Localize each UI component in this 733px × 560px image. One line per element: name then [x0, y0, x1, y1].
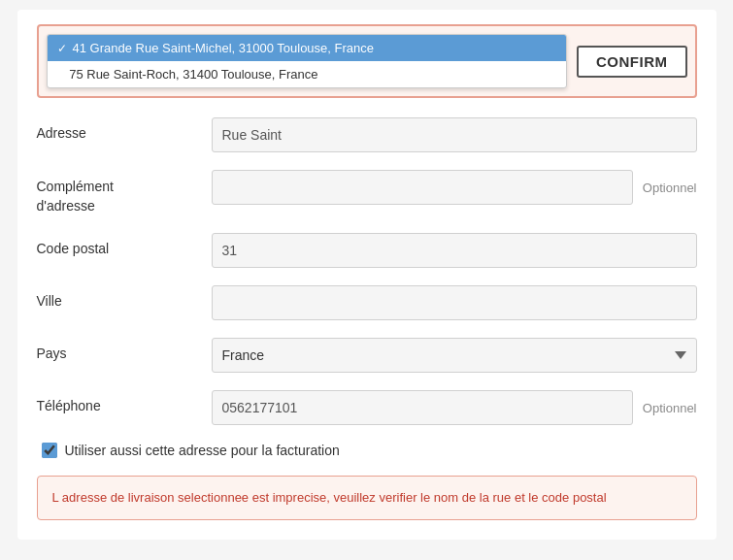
telephone-field-wrap: Optionnel — [212, 390, 697, 425]
code-postal-field-wrap — [212, 233, 697, 268]
complement-label: Complément d'adresse — [37, 170, 212, 215]
complement-optional-label: Optionnel — [643, 181, 697, 195]
autocomplete-dropdown[interactable]: ✓ 41 Grande Rue Saint-Michel, 31000 Toul… — [47, 34, 568, 88]
telephone-input[interactable] — [212, 390, 633, 425]
ville-input[interactable] — [212, 285, 697, 320]
empty-checkmark — [57, 68, 64, 82]
autocomplete-bar: ✓ 41 Grande Rue Saint-Michel, 31000 Toul… — [37, 24, 697, 98]
autocomplete-option-2-text: 75 Rue Saint-Roch, 31400 Toulouse, Franc… — [69, 67, 317, 82]
telephone-row: Téléphone Optionnel — [37, 390, 697, 425]
code-postal-input[interactable] — [212, 233, 697, 268]
address-form-container: ✓ 41 Grande Rue Saint-Michel, 31000 Toul… — [17, 10, 716, 540]
pays-label: Pays — [37, 338, 212, 361]
billing-checkbox-row: Utiliser aussi cette adresse pour la fac… — [37, 443, 697, 458]
code-postal-row: Code postal — [37, 233, 697, 268]
autocomplete-option-1[interactable]: ✓ 41 Grande Rue Saint-Michel, 31000 Toul… — [48, 35, 567, 61]
pays-field-wrap: France Belgique Suisse Luxembourg Espagn… — [212, 338, 697, 373]
complement-field-wrap: Optionnel — [212, 170, 697, 205]
ville-label: Ville — [37, 285, 212, 309]
ville-row: Ville — [37, 285, 697, 320]
pays-select[interactable]: France Belgique Suisse Luxembourg Espagn… — [212, 338, 697, 373]
adresse-input[interactable] — [212, 117, 697, 152]
pays-row: Pays France Belgique Suisse Luxembourg E… — [37, 338, 697, 373]
telephone-label: Téléphone — [37, 390, 212, 413]
complement-row: Complément d'adresse Optionnel — [37, 170, 697, 215]
code-postal-label: Code postal — [37, 233, 212, 256]
error-box: L adresse de livraison selectionnee est … — [37, 476, 697, 520]
billing-checkbox[interactable] — [42, 443, 57, 458]
autocomplete-option-1-text: 41 Grande Rue Saint-Michel, 31000 Toulou… — [73, 41, 375, 55]
complement-input[interactable] — [212, 170, 633, 205]
error-message: L adresse de livraison selectionnee est … — [52, 488, 682, 508]
adresse-label: Adresse — [37, 117, 212, 141]
autocomplete-wrapper: ✓ 41 Grande Rue Saint-Michel, 31000 Toul… — [47, 34, 568, 88]
ville-field-wrap — [212, 285, 697, 320]
telephone-optional-label: Optionnel — [643, 401, 697, 415]
check-icon: ✓ — [57, 42, 67, 55]
confirm-button[interactable]: CONFIRM — [577, 46, 687, 78]
adresse-row: Adresse — [37, 117, 697, 152]
billing-checkbox-label[interactable]: Utiliser aussi cette adresse pour la fac… — [65, 443, 340, 458]
adresse-field-wrap — [212, 117, 697, 152]
autocomplete-option-2[interactable]: 75 Rue Saint-Roch, 31400 Toulouse, Franc… — [48, 61, 567, 87]
